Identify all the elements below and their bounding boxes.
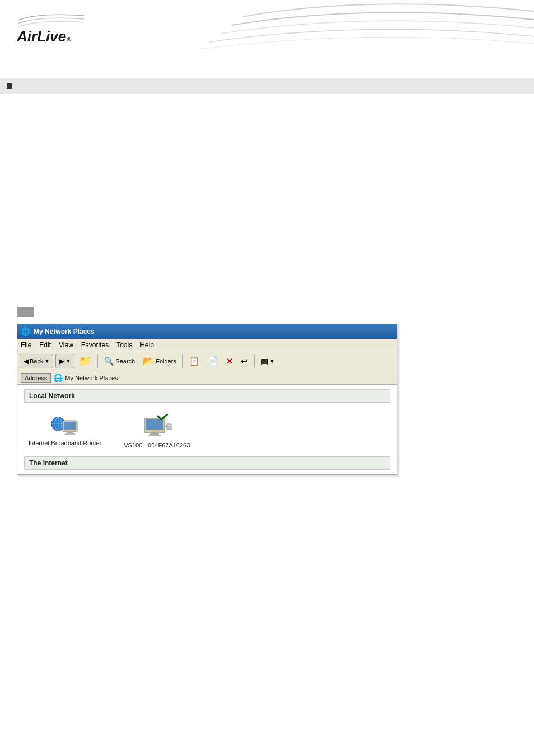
section-divider-bar [0,78,534,94]
decorative-swoosh [198,0,534,67]
explorer-window: 🌐 My Network Places File Edit View Favor… [17,324,397,475]
internet-section-header: The Internet [24,456,390,470]
views-icon: ▦ [261,357,268,366]
vs100-item[interactable]: VS100 - 004F67A16263 [124,414,190,449]
svg-rect-9 [146,419,163,430]
forward-arrow-icon: ▶ [59,357,64,365]
address-label: Address [21,373,51,383]
menu-file[interactable]: File [21,341,31,349]
window-titlebar: 🌐 My Network Places [17,324,397,339]
search-icon: 🔍 [104,357,114,366]
window-toolbar: ◀ Back ▼ ▶ ▼ 📁 🔍 Search 📂 Folders 📋 [17,351,397,371]
svg-rect-5 [64,422,76,430]
header: Air Live ® [0,0,534,73]
svg-rect-13 [167,424,171,430]
address-path: My Network Places [65,375,118,381]
toolbar-separator-3 [254,354,255,368]
logo-air: Air [17,28,37,45]
menu-tools[interactable]: Tools [116,341,132,349]
content-spacer [0,94,534,206]
undo-icon: ↩ [241,356,248,366]
back-arrow-icon: ◀ [24,357,29,365]
back-dropdown-icon: ▼ [44,358,49,364]
vs100-label: VS100 - 004F67A16263 [124,442,190,449]
logo: Air Live ® [17,10,95,49]
copy-button[interactable]: 📋 [186,353,203,369]
router-label: Internet Broadband Router [29,440,101,446]
router-item[interactable]: Internet Broadband Router [29,414,101,449]
forward-dropdown-icon: ▼ [65,358,71,364]
toolbar-separator-1 [97,354,98,368]
window-title: My Network Places [34,328,95,335]
svg-rect-11 [148,435,161,436]
window-menubar: File Edit View Favorites Tools Help [17,339,397,351]
copy-icon: 📋 [189,356,200,366]
svg-rect-10 [150,433,159,435]
forward-button[interactable]: ▶ ▼ [55,354,74,368]
address-bar: Address 🌐 My Network Places [17,371,397,385]
delete-icon: ✕ [226,357,233,366]
router-icon-container [50,414,79,436]
back-label: Back [30,358,43,365]
undo-button[interactable]: ↩ [237,353,251,369]
search-label: Search [115,358,135,365]
menu-help[interactable]: Help [140,341,154,349]
logo-live: Live [37,28,66,45]
logo-registered: ® [67,36,71,43]
folders-button[interactable]: 📂 Folders [139,353,180,369]
views-dropdown-icon: ▼ [270,358,275,364]
address-net-icon: 🌐 [53,374,63,382]
up-folder-icon: 📁 [79,355,91,367]
address-field: 🌐 My Network Places [53,374,118,382]
folders-icon: 📂 [143,356,154,366]
up-folder-button[interactable]: 📁 [76,353,95,369]
vs100-icon-container [140,414,174,438]
gray-indicator [17,307,34,317]
titlebar-icon: 🌐 [21,327,30,336]
delete-button[interactable]: ✕ [223,353,236,369]
svg-rect-6 [67,432,73,433]
search-button[interactable]: 🔍 Search [101,353,138,369]
move-button[interactable]: 📄 [204,353,222,369]
menu-edit[interactable]: Edit [39,341,51,349]
section-bar-icon [7,83,12,89]
folders-label: Folders [156,358,176,365]
toolbar-separator-2 [182,354,183,368]
back-button[interactable]: ◀ Back ▼ [20,354,53,368]
local-network-items: Internet Broadband Router [24,408,390,454]
move-icon: 📄 [208,356,218,366]
svg-rect-7 [65,433,75,435]
views-button[interactable]: ▦ ▼ [257,353,278,369]
menu-favorites[interactable]: Favorites [81,341,109,349]
window-content: Local Network [17,385,397,474]
menu-view[interactable]: View [59,341,73,349]
local-network-header: Local Network [24,389,390,403]
